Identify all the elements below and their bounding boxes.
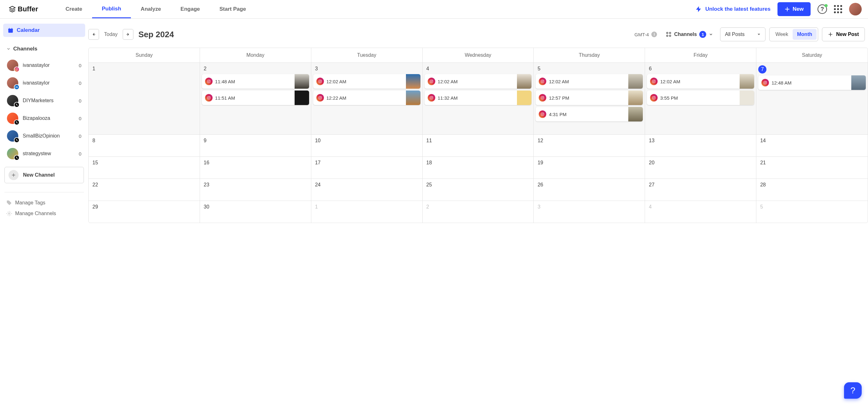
calendar-cell[interactable]: 14 <box>756 134 868 156</box>
manage-tags-label: Manage Tags <box>15 200 45 206</box>
manage-channels-link[interactable]: Manage Channels <box>3 208 85 219</box>
scheduled-post[interactable]: 12:57 PM <box>535 91 643 105</box>
channels-count-badge: 1 <box>699 31 706 38</box>
calendar-cell[interactable]: 16 <box>200 156 311 179</box>
calendar-cell[interactable]: 1 <box>89 62 200 134</box>
svg-point-26 <box>432 81 432 81</box>
calendar-cell[interactable]: 15 <box>89 156 200 179</box>
post-thumbnail <box>406 74 421 89</box>
svg-point-34 <box>542 97 543 98</box>
next-month-button[interactable] <box>123 29 133 40</box>
calendar-cell[interactable]: 8 <box>89 134 200 156</box>
nav-tab-create[interactable]: Create <box>56 0 92 18</box>
channels-icon <box>666 32 672 37</box>
post-thumbnail <box>740 74 754 89</box>
plus-icon <box>11 173 16 178</box>
calendar-cell[interactable]: 2 11:48 AM 11:51 AM <box>200 62 311 134</box>
tw-badge-icon <box>14 155 20 160</box>
scheduled-post[interactable]: 12:02 AM <box>535 74 643 89</box>
user-avatar[interactable] <box>849 3 862 15</box>
calendar-cell[interactable]: 29 <box>89 200 200 223</box>
channel-row-5[interactable]: strategystew 0 <box>3 145 85 162</box>
nav-tab-publish[interactable]: Publish <box>92 0 131 18</box>
brand-logo[interactable]: Buffer <box>9 5 38 13</box>
svg-rect-2 <box>9 28 10 29</box>
calendar-cell[interactable]: 12 <box>534 134 645 156</box>
nav-tab-engage[interactable]: Engage <box>170 0 210 18</box>
scheduled-post[interactable]: 12:02 AM <box>425 74 532 89</box>
unlock-features-link[interactable]: Unlock the latest features <box>695 6 771 12</box>
view-week-button[interactable]: Week <box>771 29 793 40</box>
calendar-cell[interactable]: 26 <box>534 179 645 200</box>
scheduled-post[interactable]: 12:02 AM <box>647 74 754 89</box>
channel-avatar <box>7 95 18 106</box>
calendar-cell[interactable]: 4 <box>645 200 756 223</box>
calendar-cell[interactable]: 17 <box>311 156 423 179</box>
timezone-indicator[interactable]: GMT-4 i <box>634 32 657 37</box>
scheduled-post[interactable]: 12:22 AM <box>313 91 421 105</box>
help-fab[interactable]: ? <box>844 382 862 399</box>
calendar-cell[interactable]: 5 12:02 AM 12:57 PM 4:31 PM <box>534 62 645 134</box>
calendar-cell[interactable]: 9 <box>200 134 311 156</box>
calendar-cell[interactable]: 18 <box>423 156 534 179</box>
channel-name: Bizapalooza <box>23 116 79 121</box>
calendar-cell[interactable]: 10 <box>311 134 423 156</box>
scheduled-post[interactable]: 12:48 AM <box>758 75 866 90</box>
calendar-cell[interactable]: 25 <box>423 179 534 200</box>
today-button[interactable]: Today <box>104 32 118 37</box>
calendar-cell[interactable]: 23 <box>200 179 311 200</box>
calendar-cell[interactable]: 30 <box>200 200 311 223</box>
calendar-cell[interactable]: 11 <box>423 134 534 156</box>
calendar-cell[interactable]: 3 <box>534 200 645 223</box>
calendar-cell[interactable]: 19 <box>534 156 645 179</box>
new-channel-button[interactable]: New Channel <box>4 167 84 183</box>
channel-row-1[interactable]: in ivanastaylor 0 <box>3 74 85 92</box>
channel-avatar <box>7 113 18 124</box>
channel-row-4[interactable]: SmallBizOpinion 0 <box>3 127 85 145</box>
chevron-down-icon <box>709 32 713 37</box>
scheduled-post[interactable]: 4:31 PM <box>535 107 643 121</box>
calendar-cell[interactable]: 28 <box>756 179 868 200</box>
nav-tab-analyze[interactable]: Analyze <box>131 0 170 18</box>
instagram-icon <box>205 77 213 85</box>
new-button[interactable]: New <box>777 2 811 16</box>
scheduled-post[interactable]: 11:32 AM <box>425 91 532 105</box>
new-post-button[interactable]: New Post <box>822 27 865 41</box>
day-number: 17 <box>313 159 323 166</box>
channel-avatar <box>7 148 18 159</box>
calendar-cell[interactable]: 2 <box>423 200 534 223</box>
channels-filter[interactable]: Channels 1 <box>666 31 713 38</box>
channel-row-0[interactable]: ivanastaylor 0 <box>3 57 85 74</box>
calendar-cell[interactable]: 24 <box>311 179 423 200</box>
post-time: 12:02 AM <box>660 79 740 84</box>
calendar-cell[interactable]: 22 <box>89 179 200 200</box>
calendar-cell[interactable]: 4 12:02 AM 11:32 AM <box>423 62 534 134</box>
view-month-button[interactable]: Month <box>793 29 816 40</box>
calendar-cell[interactable]: 5 <box>756 200 868 223</box>
scheduled-post[interactable]: 3:55 PM <box>647 91 754 105</box>
posts-filter-dropdown[interactable]: All Posts <box>720 27 766 41</box>
sidebar-item-calendar[interactable]: Calendar <box>3 24 85 37</box>
channel-row-2[interactable]: DIYMarketers 0 <box>3 92 85 110</box>
channel-row-3[interactable]: Bizapalooza 0 <box>3 110 85 127</box>
calendar-cell[interactable]: 20 <box>645 156 756 179</box>
calendar-cell[interactable]: 1 <box>311 200 423 223</box>
scheduled-post[interactable]: 12:02 AM <box>313 74 421 89</box>
calendar-cell[interactable]: 27 <box>645 179 756 200</box>
calendar-cell[interactable]: 7 12:48 AM <box>756 62 868 134</box>
calendar-cell[interactable]: 21 <box>756 156 868 179</box>
calendar-cell[interactable]: 3 12:02 AM 12:22 AM <box>311 62 423 134</box>
calendar-cell[interactable]: 13 <box>645 134 756 156</box>
scheduled-post[interactable]: 11:48 AM <box>202 74 309 89</box>
channels-section-header[interactable]: Channels <box>3 44 85 57</box>
help-button[interactable]: ? <box>817 4 827 14</box>
day-header: Friday <box>645 48 756 62</box>
nav-tab-start-page[interactable]: Start Page <box>210 0 256 18</box>
li-badge-icon: in <box>14 84 20 90</box>
tag-icon <box>6 200 12 206</box>
scheduled-post[interactable]: 11:51 AM <box>202 91 309 105</box>
apps-menu-icon[interactable] <box>834 5 842 13</box>
manage-tags-link[interactable]: Manage Tags <box>3 197 85 208</box>
calendar-cell[interactable]: 6 12:02 AM 3:55 PM <box>645 62 756 134</box>
prev-month-button[interactable] <box>88 29 99 40</box>
